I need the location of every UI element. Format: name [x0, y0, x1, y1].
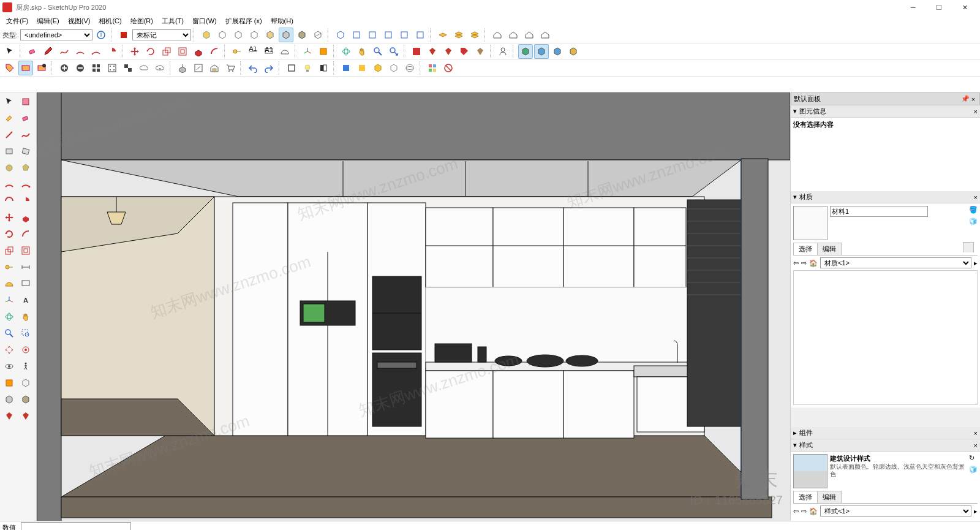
lt-eraser-icon[interactable]	[18, 110, 34, 126]
lt-pushpull-icon[interactable]	[18, 210, 34, 225]
box-6-icon[interactable]	[279, 28, 293, 42]
view-back-icon[interactable]	[397, 28, 412, 42]
add-icon[interactable]	[57, 61, 72, 75]
menu-ext[interactable]: 扩展程序 (x)	[222, 15, 266, 27]
cloud-icon[interactable]	[137, 61, 151, 75]
menu-tools[interactable]: 工具(T)	[158, 15, 187, 27]
lt-position-icon[interactable]	[18, 342, 34, 358]
pattern-icon[interactable]	[105, 61, 119, 75]
lt-axes-icon[interactable]	[1, 292, 17, 308]
menu-camera[interactable]: 相机(C)	[95, 15, 125, 27]
tag-manage-icon[interactable]	[2, 61, 17, 75]
layer-1-icon[interactable]	[435, 28, 450, 42]
freehand-icon[interactable]	[57, 44, 72, 59]
components-header[interactable]: ▸ 组件 ×	[791, 427, 980, 439]
warehouse-icon[interactable]	[207, 61, 222, 75]
redo-icon[interactable]	[262, 61, 276, 75]
lt-arc-icon[interactable]	[1, 176, 17, 192]
lib-menu-icon[interactable]: ▸	[974, 259, 978, 267]
layer-2-icon[interactable]	[451, 28, 466, 42]
lt-boxtex-icon[interactable]	[18, 392, 34, 407]
lt-freehand-icon[interactable]	[18, 127, 34, 143]
plugin-red-icon[interactable]	[409, 44, 424, 59]
house-3-icon[interactable]	[522, 28, 537, 42]
arc-icon[interactable]	[73, 44, 88, 59]
menu-file[interactable]: 文件(F)	[2, 15, 32, 27]
lt-followme-icon[interactable]	[18, 226, 34, 242]
solid-blue1-icon[interactable]	[518, 44, 533, 59]
pie-icon[interactable]	[105, 44, 119, 59]
arc2-icon[interactable]	[89, 44, 104, 59]
box-2-icon[interactable]	[215, 28, 230, 42]
tag-select[interactable]: 未标记	[132, 29, 191, 40]
lt-dim-icon[interactable]	[18, 259, 34, 275]
style-new-icon[interactable]: 🧊	[969, 466, 978, 474]
tape-icon[interactable]	[230, 44, 244, 59]
view-left-icon[interactable]	[413, 28, 428, 42]
lt-arc3-icon[interactable]	[1, 193, 17, 209]
lt-paint-icon[interactable]	[1, 110, 17, 126]
pushpull-icon[interactable]	[191, 44, 206, 59]
hex-outline-icon[interactable]	[386, 61, 401, 75]
section-icon[interactable]	[316, 44, 331, 59]
lt-rotate-icon[interactable]	[1, 226, 17, 242]
house-4-icon[interactable]	[538, 28, 552, 42]
cloud-up-icon[interactable]	[153, 61, 167, 75]
material-name-input[interactable]	[830, 206, 928, 217]
pin-icon[interactable]: 📌	[961, 95, 970, 103]
plugin-tag-icon[interactable]	[457, 44, 472, 59]
style-lib-select[interactable]: 样式<1>	[820, 505, 971, 517]
nav-home-icon[interactable]: 🏠	[809, 507, 818, 515]
info-icon[interactable]: i	[94, 28, 108, 42]
pencil-icon[interactable]	[41, 44, 56, 59]
box-3-icon[interactable]	[231, 28, 246, 42]
checker-icon[interactable]	[121, 61, 135, 75]
text-icon[interactable]: A1	[262, 44, 276, 59]
undo-icon[interactable]	[246, 61, 260, 75]
lt-look-icon[interactable]	[1, 358, 17, 374]
globe-icon[interactable]	[402, 61, 417, 75]
zoom-extents-icon[interactable]	[386, 44, 401, 59]
lt-zoomext-icon[interactable]	[1, 342, 17, 358]
panel-close-icon[interactable]: ×	[970, 96, 977, 103]
house-2-icon[interactable]	[506, 28, 521, 42]
box-1-icon[interactable]	[199, 28, 214, 42]
lib-menu-icon[interactable]: ▸	[974, 507, 978, 515]
styles-header[interactable]: ▾ 样式 ×	[791, 439, 980, 452]
solid-blue3-icon[interactable]	[550, 44, 565, 59]
layer-3-icon[interactable]	[467, 28, 482, 42]
menu-window[interactable]: 窗口(W)	[189, 15, 221, 27]
lt-tape-icon[interactable]	[1, 259, 17, 275]
box-8-icon[interactable]	[311, 28, 325, 42]
solid-blue2-icon[interactable]	[534, 44, 549, 59]
default-panel-header[interactable]: 默认面板 📌 ×	[791, 93, 980, 105]
cancel-icon[interactable]	[441, 61, 456, 75]
lt-protractor-icon[interactable]	[1, 276, 17, 292]
scale2-icon[interactable]	[191, 61, 206, 75]
view-iso-icon[interactable]	[333, 28, 348, 42]
protractor-icon[interactable]	[277, 44, 292, 59]
menu-draw[interactable]: 绘图(R)	[127, 15, 157, 27]
nav-home-icon[interactable]: 🏠	[809, 259, 818, 267]
lt-arc2-icon[interactable]	[18, 176, 34, 192]
value-input[interactable]	[21, 522, 131, 530]
section-close-icon[interactable]: ×	[974, 442, 978, 449]
user-icon[interactable]	[496, 44, 510, 59]
lt-pan-icon[interactable]	[18, 309, 34, 325]
type-select[interactable]: <undefined>	[20, 29, 92, 40]
box-4-icon[interactable]	[247, 28, 262, 42]
material-list[interactable]	[793, 270, 978, 405]
remove-icon[interactable]	[73, 61, 88, 75]
axes-icon[interactable]	[300, 44, 315, 59]
lt-ruby2-icon[interactable]	[18, 408, 34, 424]
cart-icon[interactable]	[223, 61, 238, 75]
eraser-icon[interactable]	[25, 44, 40, 59]
lt-walk-icon[interactable]	[18, 358, 34, 374]
lt-text-icon[interactable]	[18, 276, 34, 292]
extrude-icon[interactable]	[175, 61, 190, 75]
menu-edit[interactable]: 编辑(E)	[33, 15, 63, 27]
style-refresh-icon[interactable]: ↻	[969, 454, 978, 462]
close-button[interactable]: ✕	[952, 0, 978, 15]
view-top-icon[interactable]	[349, 28, 364, 42]
dimension-icon[interactable]: A1	[246, 44, 260, 59]
